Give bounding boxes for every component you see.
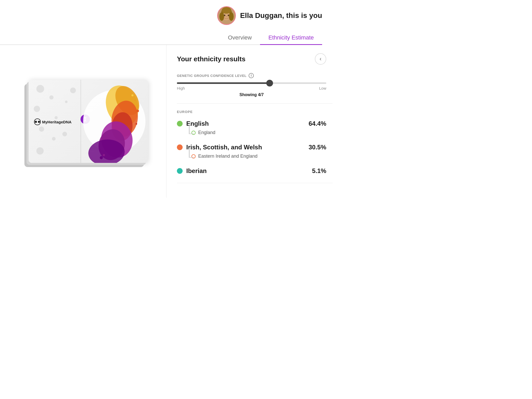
england-sub-name: England [198, 130, 215, 135]
region-label-europe: EUROPE [177, 110, 332, 114]
irish-dot [177, 144, 183, 150]
avatar [217, 6, 236, 25]
svg-point-10 [38, 121, 40, 123]
irish-name: Irish, Scottish, and Welsh [186, 144, 262, 151]
english-dot [177, 121, 183, 127]
confidence-label: GENETIC GROUPS CONFIDENCE LEVEL i [177, 73, 326, 78]
main-layout: MyHeritageDNA [0, 45, 332, 198]
ethnicity-left-irish: Irish, Scottish, and Welsh [177, 144, 262, 151]
slider-container: High Low Showing 4/7 [177, 82, 326, 97]
connector-line-h [189, 134, 194, 134]
myheritage-logo-icon [34, 118, 41, 125]
slider-low-label: Low [319, 86, 326, 90]
ethnicity-main-irish: Irish, Scottish, and Welsh 30.5% [177, 144, 332, 151]
england-sub-dot [191, 131, 196, 135]
english-sub-group: England [177, 130, 332, 135]
divider-2 [177, 183, 332, 183]
europe-region: EUROPE English 64.4% England [177, 110, 332, 175]
results-title: Your ethnicity results [177, 55, 245, 63]
ethnicity-item-english: English 64.4% England [177, 120, 332, 135]
svg-point-9 [35, 121, 37, 123]
ethnicity-left-english: English [177, 120, 209, 127]
chevron-left-icon: ‹ [320, 56, 321, 62]
divider-1 [177, 103, 332, 104]
svg-point-7 [228, 15, 229, 16]
header: Ella Duggan, this is you Overview Ethnic… [0, 0, 332, 45]
results-header: Your ethnicity results ‹ [177, 53, 332, 65]
eastern-ireland-sub-name: Eastern Ireland and England [198, 154, 257, 159]
slider-thumb[interactable] [266, 80, 273, 87]
kit-box: MyHeritageDNA [23, 72, 148, 171]
svg-point-25 [136, 123, 137, 125]
connector-line-v [189, 125, 189, 134]
logo-text: MyHeritageDNA [42, 120, 71, 124]
ethnicity-main-english: English 64.4% [177, 120, 332, 127]
slider-labels: High Low [177, 86, 326, 90]
ethnicity-left-iberian: Iberian [177, 167, 207, 175]
slider-high-label: High [177, 86, 185, 90]
product-box: MyHeritageDNA [29, 80, 148, 163]
svg-point-5 [222, 7, 231, 14]
confidence-section: GENETIC GROUPS CONFIDENCE LEVEL i High L… [177, 73, 332, 97]
nav-tabs: Overview Ethnicity Estimate [0, 31, 322, 45]
user-greeting: Ella Duggan, this is you [240, 11, 322, 20]
splash-design [81, 80, 148, 163]
svg-point-26 [100, 156, 103, 159]
right-panel: Your ethnicity results ‹ GENETIC GROUPS … [166, 45, 332, 198]
svg-point-24 [136, 110, 139, 112]
svg-point-4 [229, 12, 234, 21]
english-name: English [186, 120, 209, 127]
logo-area: MyHeritageDNA [34, 118, 71, 125]
svg-point-22 [131, 94, 134, 96]
connector-line-v-2 [189, 148, 189, 158]
iberian-dot [177, 168, 183, 174]
collapse-button[interactable]: ‹ [315, 53, 326, 65]
tab-ethnicity[interactable]: Ethnicity Estimate [260, 31, 322, 45]
svg-point-23 [134, 100, 136, 101]
irish-sub-group: Eastern Ireland and England [177, 154, 332, 159]
ethnicity-main-iberian: Iberian 5.1% [177, 167, 332, 175]
ethnicity-item-irish: Irish, Scottish, and Welsh 30.5% Eastern… [177, 144, 332, 159]
slider-fill [177, 82, 270, 84]
iberian-percent: 5.1% [312, 167, 326, 175]
slider-track [177, 82, 326, 84]
connector-line-h-2 [189, 157, 194, 158]
svg-point-3 [220, 12, 224, 21]
svg-point-6 [224, 15, 225, 16]
splash-svg [81, 80, 148, 163]
eastern-ireland-sub-dot [191, 154, 196, 158]
left-panel: MyHeritageDNA [0, 45, 166, 198]
tab-overview[interactable]: Overview [220, 31, 260, 45]
irish-percent: 30.5% [309, 144, 326, 151]
english-percent: 64.4% [309, 120, 326, 127]
user-info: Ella Duggan, this is you [217, 6, 322, 25]
ethnicity-item-iberian: Iberian 5.1% [177, 167, 332, 175]
showing-label: Showing 4/7 [177, 92, 326, 97]
svg-point-27 [103, 154, 105, 156]
info-icon[interactable]: i [249, 73, 254, 78]
iberian-name: Iberian [186, 167, 207, 175]
